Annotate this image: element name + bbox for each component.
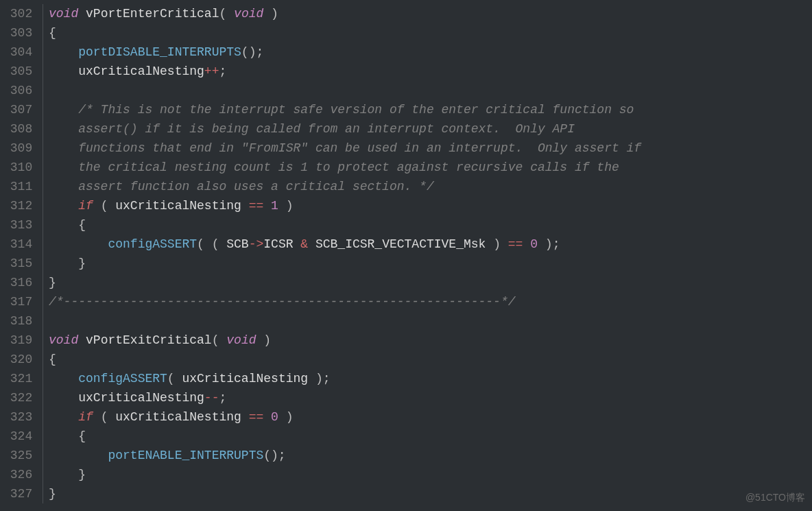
line-number: 308 <box>0 119 43 139</box>
code-line[interactable]: if ( uxCriticalNesting == 0 ) <box>49 407 812 427</box>
line-number: 318 <box>0 311 43 331</box>
watermark-text: @51CTO博客 <box>745 488 805 507</box>
code-line[interactable]: portENABLE_INTERRUPTS(); <box>49 446 812 465</box>
code-line[interactable]: void vPortExitCritical( void ) <box>49 331 812 350</box>
line-number: 317 <box>0 292 43 311</box>
line-number: 319 <box>0 331 43 350</box>
code-editor[interactable]: 3023033043053063073083093103113123133143… <box>0 0 812 503</box>
code-line[interactable]: } <box>49 254 812 273</box>
line-number: 326 <box>0 465 43 484</box>
line-number: 315 <box>0 254 43 273</box>
line-number: 316 <box>0 273 43 292</box>
line-number: 313 <box>0 215 43 235</box>
code-line[interactable]: } <box>49 465 812 484</box>
line-number: 307 <box>0 100 43 119</box>
line-number: 320 <box>0 350 43 369</box>
code-line[interactable]: { <box>49 23 812 43</box>
code-line[interactable]: } <box>49 273 812 292</box>
line-number: 302 <box>0 4 43 23</box>
code-line[interactable]: } <box>49 484 812 503</box>
code-line[interactable]: configASSERT( ( SCB->ICSR & SCB_ICSR_VEC… <box>49 235 812 254</box>
line-number: 312 <box>0 196 43 215</box>
code-content[interactable]: void vPortEnterCritical( void ){ portDIS… <box>49 4 812 503</box>
code-line[interactable]: if ( uxCriticalNesting == 1 ) <box>49 196 812 215</box>
line-number-gutter: 3023033043053063073083093103113123133143… <box>0 4 43 503</box>
line-number: 325 <box>0 446 43 465</box>
line-number: 327 <box>0 484 43 503</box>
code-line[interactable]: { <box>49 350 812 369</box>
line-number: 305 <box>0 62 43 81</box>
line-number: 314 <box>0 235 43 254</box>
code-line[interactable]: { <box>49 427 812 446</box>
code-line[interactable]: /* This is not the interrupt safe versio… <box>49 100 812 119</box>
code-line[interactable]: functions that end in "FromISR" can be u… <box>49 139 812 158</box>
line-number: 306 <box>0 81 43 100</box>
code-line[interactable]: assert() if it is being called from an i… <box>49 119 812 139</box>
line-number: 321 <box>0 369 43 388</box>
code-line[interactable]: uxCriticalNesting++; <box>49 62 812 81</box>
code-line[interactable]: /*--------------------------------------… <box>49 292 812 311</box>
line-number: 310 <box>0 158 43 177</box>
line-number: 311 <box>0 177 43 196</box>
code-line[interactable]: uxCriticalNesting--; <box>49 388 812 407</box>
code-line[interactable]: portDISABLE_INTERRUPTS(); <box>49 43 812 62</box>
code-line[interactable]: assert function also uses a critical sec… <box>49 177 812 196</box>
code-line[interactable]: { <box>49 215 812 235</box>
code-line[interactable]: configASSERT( uxCriticalNesting ); <box>49 369 812 388</box>
line-number: 324 <box>0 427 43 446</box>
code-line[interactable] <box>49 81 812 100</box>
line-number: 322 <box>0 388 43 407</box>
line-number: 309 <box>0 139 43 158</box>
code-line[interactable]: the critical nesting count is 1 to prote… <box>49 158 812 177</box>
line-number: 303 <box>0 23 43 43</box>
line-number: 323 <box>0 407 43 427</box>
line-number: 304 <box>0 43 43 62</box>
code-line[interactable] <box>49 311 812 331</box>
code-line[interactable]: void vPortEnterCritical( void ) <box>49 4 812 23</box>
gutter-divider <box>43 4 43 503</box>
